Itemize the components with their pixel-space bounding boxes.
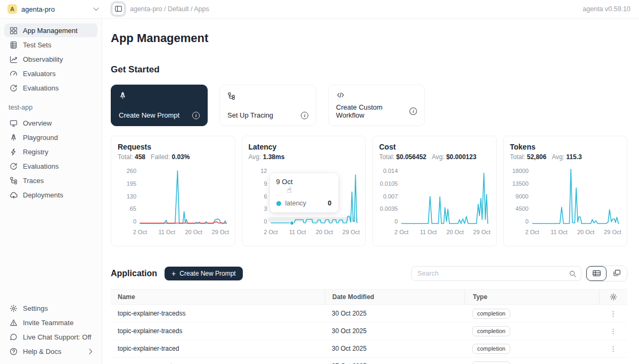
- stat-label: Avg:: [432, 153, 446, 161]
- cell-app-name[interactable]: topic-explainer-traceds: [111, 327, 325, 335]
- cell-type: completion: [464, 344, 599, 354]
- cell-type: completion: [464, 309, 599, 319]
- sidebar-item-registry[interactable]: Registry: [4, 145, 97, 159]
- chart-title: Latency: [249, 143, 359, 151]
- sidebar-project-label: test-app: [0, 95, 102, 115]
- sidebar-item-deployments[interactable]: Deployments: [4, 188, 97, 202]
- cell-app-name[interactable]: topic-explainer-tracedss: [111, 310, 325, 317]
- application-header: Application + Create New Prompt: [111, 266, 627, 282]
- chevron-down-icon: [93, 7, 99, 11]
- main-content: App Management Get Started Create New Pr…: [102, 19, 639, 364]
- tooltip-series-name: latency: [285, 200, 307, 207]
- get-started-card-set-up-tracing[interactable]: Set Up Tracing i: [219, 85, 316, 126]
- stat-value: 458: [135, 153, 145, 161]
- stat-value: $0.000123: [446, 153, 477, 161]
- column-settings-gear-icon[interactable]: [610, 293, 617, 301]
- create-new-prompt-label: Create New Prompt: [179, 270, 235, 277]
- table-row[interactable]: career-assessment 27 Oct 2025 completion…: [111, 358, 627, 364]
- sidebar-item-label: App Management: [23, 27, 78, 35]
- gauge-icon: [9, 69, 18, 78]
- table-row[interactable]: topic-explainer-traceds 30 Oct 2025 comp…: [111, 322, 627, 340]
- table-row[interactable]: topic-explainer-tracedss 30 Oct 2025 com…: [111, 305, 627, 322]
- card-view-icon: [613, 270, 620, 278]
- y-axis-labels: 1800013500900045000: [510, 168, 532, 225]
- tooltip-date: 9 Oct: [276, 178, 332, 186]
- plus-icon: +: [171, 270, 176, 277]
- search-icon[interactable]: [569, 270, 576, 277]
- chart-tooltip: 9 Oct ☝ latency 0: [270, 173, 338, 212]
- sidebar-item-label: Live Chat Support: Off: [23, 333, 91, 341]
- sidebar-item-evaluations[interactable]: Evaluations: [4, 159, 97, 173]
- info-icon[interactable]: i: [409, 107, 417, 115]
- kebab-menu-icon[interactable]: ⋮: [610, 362, 617, 364]
- column-header-name[interactable]: Name: [111, 293, 325, 301]
- tooltip-value: 0: [328, 200, 332, 207]
- workspace-avatar: A: [7, 4, 17, 14]
- type-badge: completion: [472, 361, 510, 364]
- cell-app-name[interactable]: topic-explainer-traced: [111, 345, 325, 352]
- column-header-date-modified[interactable]: Date Modified: [325, 289, 464, 304]
- stat-value: 0.03%: [171, 153, 190, 161]
- create-new-prompt-button[interactable]: + Create New Prompt: [165, 267, 243, 280]
- search-box[interactable]: [411, 266, 581, 281]
- sidebar-item-label: Evaluators: [23, 70, 55, 78]
- metric-card-tokens: Tokens Total: 52,806Avg: 115.3 180001350…: [503, 136, 628, 246]
- table-view-button[interactable]: [586, 266, 607, 281]
- info-icon[interactable]: i: [192, 112, 200, 119]
- kebab-menu-icon[interactable]: ⋮: [610, 327, 617, 335]
- metric-card-requests: Requests Total: 458Failed: 0.03% 2601951…: [111, 136, 235, 246]
- sidebar-item-label: Evaluations: [23, 162, 59, 170]
- get-started-title: Get Started: [111, 64, 627, 75]
- card-label: Create New Prompt: [119, 111, 179, 119]
- card-view-button[interactable]: [607, 266, 627, 281]
- type-badge: completion: [472, 309, 510, 319]
- metric-charts-row: Requests Total: 458Failed: 0.03% 2601951…: [111, 136, 627, 246]
- sidebar-main-nav: App Management Test Sets Observability E…: [0, 23, 102, 95]
- workspace-switcher[interactable]: A agenta-pro: [7, 4, 99, 14]
- refresh-circle-icon: [9, 162, 18, 170]
- column-header-type[interactable]: Type: [464, 289, 599, 304]
- kebab-menu-icon[interactable]: ⋮: [610, 345, 617, 353]
- chart-plot-area[interactable]: [402, 168, 488, 225]
- breadcrumb[interactable]: agenta-pro / Default / Apps: [130, 5, 209, 13]
- cell-date-modified: 30 Oct 2025: [325, 327, 464, 335]
- sidebar-item-traces[interactable]: Traces: [4, 173, 97, 187]
- y-axis-labels: 0.0140.01050.0070.00350: [379, 168, 402, 225]
- cell-type: completion: [464, 326, 599, 336]
- sidebar-item-invite-teammate[interactable]: Invite Teammate: [4, 316, 97, 329]
- chart-plot-area[interactable]: [532, 168, 619, 225]
- sidebar-item-playground[interactable]: Playground: [4, 130, 97, 144]
- search-input[interactable]: [416, 269, 569, 278]
- sidebar-item-label: Test Sets: [23, 41, 51, 49]
- sidebar-item-test-sets[interactable]: Test Sets: [4, 38, 97, 52]
- table-header-row: Name Date Modified Type: [111, 289, 627, 305]
- y-axis-labels: 129630: [249, 168, 271, 225]
- bolt-icon: [9, 147, 18, 156]
- sidebar-item-observability[interactable]: Observability: [4, 52, 97, 66]
- chart-plot-area[interactable]: [140, 168, 226, 225]
- get-started-card-create-custom-workflow[interactable]: Create Custom Workflow i: [328, 85, 425, 126]
- info-icon[interactable]: i: [301, 112, 308, 119]
- sidebar-item-label: Invite Teammate: [23, 319, 73, 327]
- table-row[interactable]: topic-explainer-traced 30 Oct 2025 compl…: [111, 340, 627, 358]
- sidebar-item-settings[interactable]: Settings: [4, 301, 97, 315]
- stat-value: $0.056452: [396, 153, 427, 161]
- sidebar-item-live-chat-support-off[interactable]: Live Chat Support: Off: [4, 330, 97, 344]
- cell-type: completion: [464, 361, 599, 364]
- x-axis-labels: 2 Oct11 Oct20 Oct29 Oct: [271, 229, 357, 236]
- kebab-menu-icon[interactable]: ⋮: [610, 310, 617, 318]
- panel-left-icon: [115, 5, 122, 13]
- cell-date-modified: 30 Oct 2025: [325, 345, 464, 352]
- page-title: App Management: [111, 31, 627, 45]
- sidebar-item-evaluators[interactable]: Evaluators: [4, 67, 97, 80]
- rocket-icon: [9, 133, 18, 142]
- view-toggle: [586, 266, 627, 282]
- sidebar-item-overview[interactable]: Overview: [4, 116, 97, 130]
- sidebar-item-app-management[interactable]: App Management: [4, 23, 97, 37]
- test-sets-icon: [9, 40, 18, 49]
- get-started-card-create-new-prompt[interactable]: Create New Prompt i: [111, 85, 208, 126]
- sidebar-item-evaluations[interactable]: Evaluations: [4, 81, 97, 95]
- sidebar-item-help-docs[interactable]: Help & Docs: [4, 344, 97, 358]
- series-cost-line: [402, 173, 488, 224]
- sidebar-toggle-button[interactable]: [112, 3, 125, 15]
